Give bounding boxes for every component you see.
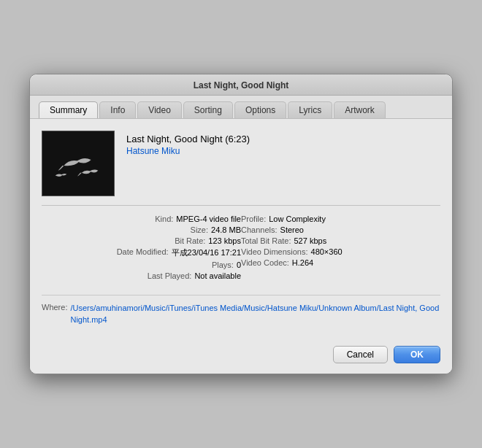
where-label: Where: [42,303,67,312]
dimensions-label: Video Dimensions: [241,247,308,256]
channels-value: Stereo [280,225,304,234]
total-bitrate-label: Total Bit Rate: [241,236,291,245]
kind-row: Kind: MPEG-4 video file [42,215,241,223]
size-value: 24.8 MB [211,225,241,234]
dimensions-value: 480×360 [311,247,343,256]
track-info: Last Night, Good Night (6:23) Hatsune Mi… [126,131,250,196]
titlebar: Last Night, Good Night [30,74,452,96]
size-row: Size: 24.8 MB [42,225,241,234]
bitrate-row: Bit Rate: 123 kbps [42,236,241,245]
divider [42,205,440,206]
profile-value: Low Complexity [269,215,326,223]
track-title: Last Night, Good Night (6:23) [126,134,250,144]
ok-button[interactable]: OK [394,346,440,363]
channels-label: Channels: [241,225,278,234]
where-row: Where: /Users/amuhinamori/Music/iTunes/i… [42,303,440,325]
details-left: Kind: MPEG-4 video file Size: 24.8 MB Bi… [42,215,241,280]
lastplayed-value: Not available [194,271,241,280]
date-value: 平成23/04/16 17:21 [172,247,241,258]
main-window: Last Night, Good Night Summary Info Vide… [29,74,453,374]
codec-label: Video Codec: [241,258,289,267]
tab-artwork[interactable]: Artwork [334,101,386,118]
dimensions-row: Video Dimensions: 480×360 [241,247,440,256]
lastplayed-label: Last Played: [148,271,192,280]
tab-summary[interactable]: Summary [39,101,98,118]
size-label: Size: [191,225,208,234]
button-bar: Cancel OK [30,337,452,374]
where-path: /Users/amuhinamori/Music/iTunes/iTunes M… [70,303,440,325]
profile-label: Profile: [241,215,266,223]
tab-video[interactable]: Video [137,101,181,118]
track-artist: Hatsune Miku [126,146,250,156]
tab-sorting[interactable]: Sorting [183,101,233,118]
channels-row: Channels: Stereo [241,225,440,234]
details-right: Profile: Low Complexity Channels: Stereo… [241,215,440,280]
codec-value: H.264 [292,258,313,267]
cancel-button[interactable]: Cancel [333,346,388,363]
svg-rect-0 [42,131,114,196]
window-title: Last Night, Good Night [194,80,289,90]
lastplayed-row: Last Played: Not available [42,271,241,280]
bitrate-label: Bit Rate: [175,236,205,245]
date-row: Date Modified: 平成23/04/16 17:21 [42,247,241,258]
tab-bar: Summary Info Video Sorting Options Lyric… [30,96,452,118]
codec-row: Video Codec: H.264 [241,258,440,267]
total-bitrate-row: Total Bit Rate: 527 kbps [241,236,440,245]
tab-info[interactable]: Info [99,101,136,118]
tab-lyrics[interactable]: Lyrics [288,101,332,118]
plays-label: Plays: [212,260,234,269]
plays-row: Plays: 0 [42,260,241,269]
bitrate-value: 123 kbps [208,236,241,245]
tab-options[interactable]: Options [234,101,286,118]
artwork-thumbnail [42,131,115,196]
profile-row: Profile: Low Complexity [241,215,440,223]
top-section: Last Night, Good Night (6:23) Hatsune Mi… [42,131,440,196]
date-label: Date Modified: [117,247,169,258]
kind-value: MPEG-4 video file [176,215,241,223]
tab-content: Last Night, Good Night (6:23) Hatsune Mi… [30,118,452,337]
total-bitrate-value: 527 kbps [294,236,326,245]
where-section: Where: /Users/amuhinamori/Music/iTunes/i… [42,295,440,325]
details-grid: Kind: MPEG-4 video file Size: 24.8 MB Bi… [42,215,440,280]
kind-label: Kind: [155,215,173,223]
